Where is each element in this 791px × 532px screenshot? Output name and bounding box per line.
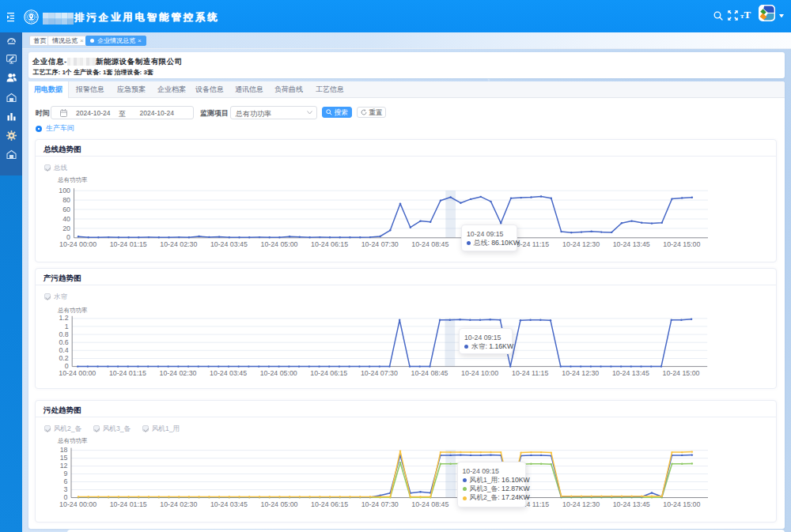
svg-text:10-24 06:15: 10-24 06:15 (311, 500, 348, 508)
svg-text:10-24 15:00: 10-24 15:00 (663, 500, 700, 508)
svg-text:10-24 00:00: 10-24 00:00 (59, 500, 97, 508)
svg-text:10-24 02:30: 10-24 02:30 (160, 500, 197, 508)
svg-text:18: 18 (60, 446, 68, 454)
svg-text:10-24 15:00: 10-24 15:00 (663, 369, 700, 377)
svg-text:10-24 01:15: 10-24 01:15 (110, 500, 147, 508)
svg-text:10-24 06:15: 10-24 06:15 (311, 240, 348, 248)
svg-text:100: 100 (59, 187, 70, 194)
svg-text:20: 20 (62, 224, 70, 232)
svg-text:1.2: 1.2 (59, 314, 68, 322)
svg-text:80: 80 (62, 196, 70, 204)
svg-text:3: 3 (64, 485, 68, 493)
svg-text:10-24 10:00: 10-24 10:00 (461, 369, 498, 377)
svg-text:10-24 00:00: 10-24 00:00 (59, 369, 96, 377)
svg-text:40: 40 (62, 215, 70, 223)
svg-text:0.4: 0.4 (59, 346, 68, 354)
svg-text:10-24 12:30: 10-24 12:30 (562, 240, 600, 248)
svg-text:10-24 08:45: 10-24 08:45 (411, 369, 448, 377)
svg-text:0.2: 0.2 (59, 354, 68, 362)
svg-text:10-24 03:45: 10-24 03:45 (210, 369, 247, 377)
svg-text:15: 15 (60, 454, 68, 462)
svg-text:10-24 15:00: 10-24 15:00 (663, 240, 700, 248)
svg-text:10-24 01:15: 10-24 01:15 (109, 369, 146, 377)
svg-text:10-24 00:00: 10-24 00:00 (59, 240, 97, 248)
svg-text:10-24 07:30: 10-24 07:30 (361, 240, 399, 248)
svg-text:9: 9 (64, 470, 68, 477)
svg-text:10-24 06:15: 10-24 06:15 (310, 369, 347, 377)
svg-text:10-24 02:30: 10-24 02:30 (160, 240, 197, 248)
svg-text:10-24 13:45: 10-24 13:45 (613, 500, 650, 508)
svg-text:10-24 01:15: 10-24 01:15 (110, 240, 147, 248)
svg-text:6: 6 (64, 477, 68, 485)
svg-text:10-24 12:30: 10-24 12:30 (562, 500, 600, 508)
svg-text:1: 1 (65, 323, 69, 330)
svg-text:10-24 07:30: 10-24 07:30 (361, 369, 398, 377)
svg-text:0.8: 0.8 (59, 330, 68, 338)
svg-text:60: 60 (62, 206, 70, 213)
svg-text:10-24 03:45: 10-24 03:45 (210, 240, 248, 248)
svg-text:10-24 07:30: 10-24 07:30 (361, 500, 399, 508)
svg-text:10-24 08:45: 10-24 08:45 (411, 500, 448, 508)
svg-text:10-24 05:00: 10-24 05:00 (261, 240, 298, 248)
svg-text:10-24 02:30: 10-24 02:30 (160, 369, 197, 377)
svg-text:0.6: 0.6 (59, 338, 68, 346)
svg-text:10-24 11:15: 10-24 11:15 (512, 369, 548, 377)
svg-text:10-24 03:45: 10-24 03:45 (210, 500, 248, 508)
svg-text:10-24 08:45: 10-24 08:45 (411, 240, 448, 248)
svg-text:10-24 13:45: 10-24 13:45 (612, 369, 649, 377)
svg-text:10-24 12:30: 10-24 12:30 (562, 369, 599, 377)
svg-text:12: 12 (60, 462, 68, 470)
svg-text:10-24 13:45: 10-24 13:45 (613, 240, 650, 248)
svg-text:10-24 05:00: 10-24 05:00 (261, 500, 298, 508)
svg-text:10-24 05:00: 10-24 05:00 (260, 369, 297, 377)
